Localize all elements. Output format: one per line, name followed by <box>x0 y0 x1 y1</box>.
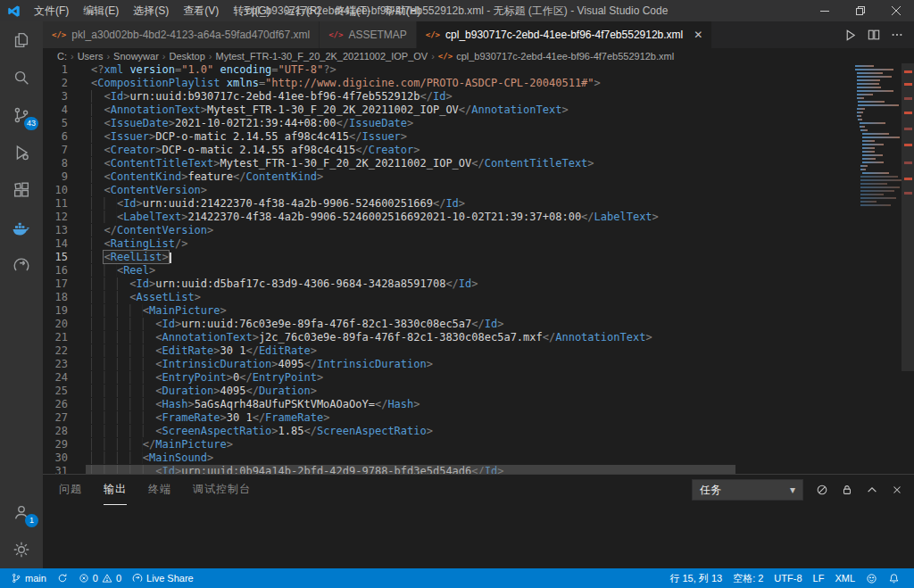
code-line[interactable]: <ContentTitleText>Mytest_FTR-1-30_F_20_2… <box>91 157 914 170</box>
line-number: 16 <box>43 264 68 277</box>
breadcrumb-item-file[interactable]: cpl_b930717c-2ebd-41ee-bf96-4f7eb552912b… <box>456 51 674 62</box>
live-share-status[interactable]: Live Share <box>127 568 199 588</box>
code-line[interactable]: <RatingList/> <box>91 237 914 251</box>
settings-gear-icon[interactable] <box>0 531 43 568</box>
source-control-icon[interactable]: 43 <box>0 96 43 134</box>
indentation-indicator[interactable]: 空格: 2 <box>727 568 769 588</box>
activity-bar: 43 1 <box>0 21 43 568</box>
line-number: 1 <box>43 63 68 77</box>
split-editor-icon[interactable] <box>868 29 880 41</box>
line-number: 27 <box>43 411 68 425</box>
code-line[interactable]: <LabelText>21422370-4f38-4a2b-9906-52460… <box>91 211 914 224</box>
close-panel-icon[interactable] <box>891 484 903 496</box>
panel-header: 问题 输出 终端 调试控制台 任务 ▾ <box>43 475 914 505</box>
minimap[interactable] <box>853 63 902 474</box>
breadcrumb-item[interactable]: Snowywar <box>113 51 159 62</box>
problems-indicator[interactable]: 0 0 <box>73 568 127 588</box>
file-icon: </> <box>328 30 343 39</box>
feedback-smiley-icon[interactable] <box>860 568 883 588</box>
encoding-indicator[interactable]: UTF-8 <box>769 568 807 588</box>
code-line[interactable]: <MainPicture> <box>91 304 914 318</box>
line-number: 14 <box>43 237 68 251</box>
clear-output-icon[interactable] <box>816 484 828 496</box>
code-line[interactable]: <FrameRate>30 1</FrameRate> <box>91 411 914 425</box>
code-line[interactable]: <AnnotationText>j2c_76c03e9e-89fa-476f-8… <box>91 331 914 344</box>
accounts-icon[interactable]: 1 <box>0 493 43 531</box>
code-line[interactable]: </ContentVersion> <box>91 224 914 237</box>
window-title: cpl_b930717c-2ebd-41ee-bf96-4f7eb552912b… <box>246 4 669 19</box>
panel-tab-terminal[interactable]: 终端 <box>148 475 171 505</box>
code-line[interactable]: <Creator>DCP-o-matic 2.14.55 af98c4c415<… <box>91 144 914 157</box>
menu-selection[interactable]: 选择(S) <box>126 0 176 21</box>
accounts-badge: 1 <box>25 514 38 527</box>
extensions-icon[interactable] <box>0 171 43 209</box>
maximize-panel-icon[interactable] <box>866 484 878 496</box>
horizontal-scrollbar[interactable] <box>86 465 735 474</box>
sync-indicator[interactable] <box>52 568 73 588</box>
run-debug-icon[interactable] <box>0 134 43 171</box>
minimize-button[interactable] <box>807 0 843 21</box>
output-channel-dropdown[interactable]: 任务 ▾ <box>692 479 803 501</box>
code-line[interactable]: <ContentKind>feature</ContentKind> <box>91 170 914 184</box>
tab-pkl-xml[interactable]: </> pkl_a30d02bb-4bd2-4123-a64a-59fad470… <box>43 21 320 48</box>
chevron-right-icon: › <box>431 51 435 62</box>
vertical-scrollbar[interactable] <box>902 63 914 371</box>
breadcrumb-item[interactable]: Mytest_FTR-1-30_F_20_2K_20211002_IOP_OV <box>216 51 428 62</box>
restore-button[interactable] <box>843 0 878 21</box>
code-line[interactable]: <AnnotationText>Mytest_FTR-1-30_F_20_2K_… <box>91 104 914 117</box>
cursor-position[interactable]: 行 15, 列 13 <box>664 568 727 588</box>
code-line[interactable]: <Hash>5aGsAqrh48aUfuPSKtVMoAOaOoY=</Hash… <box>91 398 914 411</box>
run-file-icon[interactable] <box>843 29 857 42</box>
code-line[interactable]: <EntryPoint>0</EntryPoint> <box>91 371 914 385</box>
lock-scroll-icon[interactable] <box>841 484 853 496</box>
code-line[interactable]: <Reel> <box>91 264 914 277</box>
panel-tab-problems[interactable]: 问题 <box>59 475 82 505</box>
code-line[interactable]: <?xml version="1.0" encoding="UTF-8"?> <box>91 63 914 77</box>
branch-indicator[interactable]: main <box>5 568 52 588</box>
code-line[interactable]: <Id>urn:uuid:b930717c-2ebd-41ee-bf96-4f7… <box>91 90 914 104</box>
code-line[interactable]: <AssetList> <box>91 291 914 304</box>
menu-edit[interactable]: 编辑(E) <box>76 0 126 21</box>
menu-file[interactable]: 文件(F) <box>27 0 76 21</box>
tab-label: pkl_a30d02bb-4bd2-4123-a64a-59fad470df67… <box>71 29 310 41</box>
code-line[interactable]: <Duration>4095</Duration> <box>91 385 914 398</box>
code-line[interactable]: <CompositionPlaylist xmlns="http://www.d… <box>91 77 914 90</box>
search-icon[interactable] <box>0 59 43 96</box>
tab-close-icon[interactable]: ✕ <box>694 29 702 40</box>
code-line[interactable]: <EditRate>30 1</EditRate> <box>91 344 914 358</box>
code-line[interactable]: <Id>urn:uuid:76c03e9e-89fa-476f-82c1-383… <box>91 318 914 331</box>
breadcrumb-item[interactable]: Users <box>78 51 104 62</box>
code-line[interactable]: <ScreenAspectRatio>1.85</ScreenAspectRat… <box>91 425 914 438</box>
panel-tab-output[interactable]: 输出 <box>104 475 127 505</box>
tab-cpl-xml[interactable]: </> cpl_b930717c-2ebd-41ee-bf96-4f7eb552… <box>417 21 713 48</box>
code-line[interactable]: <IssueDate>2021-10-02T21:39:44+08:00</Is… <box>91 117 914 130</box>
panel-tab-debug-console[interactable]: 调试控制台 <box>193 475 251 505</box>
overview-ruler <box>902 63 914 474</box>
code-line[interactable]: <Id>urn:uuid:d5baf17c-83d9-4306-9684-342… <box>91 277 914 291</box>
output-content[interactable] <box>43 505 914 568</box>
explorer-icon[interactable] <box>0 21 43 59</box>
line-number: 10 <box>43 184 68 197</box>
more-actions-icon[interactable] <box>891 29 903 41</box>
xml-file-icon: </> <box>52 30 66 39</box>
language-mode[interactable]: XML <box>829 568 860 588</box>
tab-assetmap[interactable]: </> ASSETMAP <box>320 21 417 48</box>
code-line[interactable]: <IntrinsicDuration>4095</IntrinsicDurati… <box>91 358 914 371</box>
code-line[interactable]: <Issuer>DCP-o-matic 2.14.55 af98c4c415</… <box>91 130 914 144</box>
code-line[interactable]: <Id>urn:uuid:21422370-4f38-4a2b-9906-524… <box>91 197 914 211</box>
breadcrumb-item[interactable]: C: <box>57 51 67 62</box>
breadcrumb-item[interactable]: Desktop <box>170 51 205 62</box>
line-number: 13 <box>43 224 68 237</box>
code-line[interactable]: <MainSound> <box>91 451 914 465</box>
code-line[interactable]: <ContentVersion> <box>91 184 914 197</box>
notifications-bell-icon[interactable] <box>883 568 905 588</box>
vscode-window: 文件(F) 编辑(E) 选择(S) 查看(V) 转到(G) 运行(R) 终端(T… <box>0 0 914 588</box>
menu-view[interactable]: 查看(V) <box>176 0 226 21</box>
close-button[interactable] <box>878 0 914 21</box>
eol-indicator[interactable]: LF <box>808 568 830 588</box>
live-share-icon[interactable] <box>0 246 43 284</box>
code-line[interactable]: </MainPicture> <box>91 438 914 451</box>
editor-code[interactable]: <?xml version="1.0" encoding="UTF-8"?><C… <box>80 63 914 474</box>
code-line[interactable]: <ReelList> <box>91 251 914 264</box>
docker-icon[interactable] <box>0 209 43 246</box>
